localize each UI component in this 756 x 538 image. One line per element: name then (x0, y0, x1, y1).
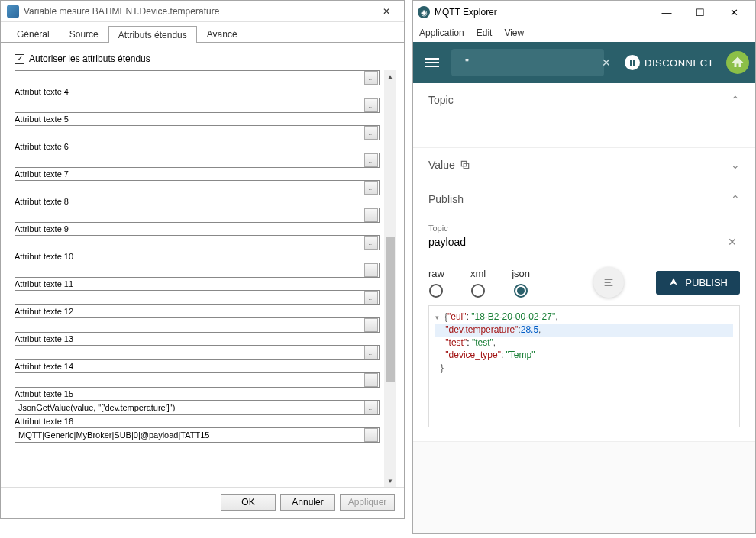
scroll-down-arrow[interactable]: ▼ (384, 475, 396, 487)
chevron-down-icon: ⌄ (731, 159, 740, 171)
attr-input[interactable] (15, 291, 363, 304)
tab-advanced[interactable]: Avancé (197, 25, 247, 43)
attr-input[interactable] (15, 346, 363, 359)
attr-browse-button[interactable]: … (364, 98, 378, 112)
scroll-up-arrow[interactable]: ▲ (384, 70, 396, 82)
attr-browse-button[interactable]: … (364, 236, 378, 250)
format-raw[interactable]: raw (428, 268, 444, 298)
attr-browse-button[interactable]: … (364, 126, 378, 140)
disconnect-label: DISCONNECT (645, 57, 714, 69)
allow-extended-label: Autoriser les attributs étendus (29, 53, 150, 64)
json-line[interactable]: "dev.temperature":28.5, (435, 324, 733, 337)
json-editor[interactable]: ▾{"eui": "18-B2-20-00-02-27", "dev.tempe… (428, 305, 740, 427)
format-json-label: json (512, 268, 530, 279)
value-section: Value ⌄ (413, 148, 755, 182)
cancel-button[interactable]: Annuler (280, 494, 335, 511)
attr-field: … (15, 317, 380, 333)
mqtt-toolbar: ✕ DISCONNECT (413, 42, 755, 83)
attrs-scroll: …Attribut texte 4…Attribut texte 5…Attri… (15, 70, 396, 487)
publish-topic-input[interactable] (428, 236, 725, 248)
radio-raw[interactable] (429, 284, 443, 298)
attr-input[interactable] (15, 318, 363, 332)
value-head[interactable]: Value ⌄ (413, 148, 755, 182)
allow-extended-checkbox[interactable] (15, 54, 24, 64)
search-input[interactable] (465, 56, 599, 69)
mqtt-brand-icon (726, 51, 749, 74)
mqtt-logo-icon: ◉ (418, 6, 430, 18)
attr-input[interactable] (15, 401, 363, 414)
publish-head[interactable]: Publish ⌃ (413, 182, 755, 216)
menu-application[interactable]: Application (419, 27, 464, 38)
menu-icon[interactable] (419, 52, 445, 73)
attr-group: Attribut texte 4… (15, 87, 380, 113)
attr-input[interactable] (15, 98, 363, 112)
attr-browse-button[interactable]: … (364, 401, 378, 414)
attr-input[interactable] (15, 71, 363, 85)
tab-general[interactable]: Général (7, 25, 60, 43)
attr-input[interactable] (15, 126, 363, 140)
search-box[interactable]: ✕ (451, 49, 604, 76)
scroll-thumb[interactable] (386, 237, 395, 382)
minimize-button[interactable]: — (650, 2, 683, 23)
publish-button[interactable]: PUBLISH (656, 271, 740, 295)
attr-browse-button[interactable]: … (364, 373, 378, 387)
attr-input[interactable] (15, 153, 363, 167)
attr-input[interactable] (15, 208, 363, 222)
attr-field: … (15, 153, 380, 168)
attr-label: Attribut texte 16 (15, 417, 380, 426)
clear-topic-icon[interactable]: ✕ (725, 236, 740, 248)
copy-icon[interactable] (460, 159, 470, 170)
variable-dialog: Variable mesure BATIMENT.Device.temperat… (0, 0, 405, 519)
format-xml[interactable]: xml (470, 268, 486, 298)
attr-browse-button[interactable]: … (364, 428, 378, 442)
attr-browse-button[interactable]: … (364, 263, 378, 277)
json-line[interactable]: "device_type": "Temp" (435, 349, 733, 362)
topic-head[interactable]: Topic ⌃ (413, 83, 755, 117)
format-xml-label: xml (470, 268, 486, 279)
attr-label: Attribut texte 15 (15, 389, 380, 398)
menu-view[interactable]: View (504, 27, 524, 38)
dialog-titlebar: Variable mesure BATIMENT.Device.temperat… (1, 1, 404, 22)
attr-browse-button[interactable]: … (364, 153, 378, 167)
format-options-button[interactable] (593, 267, 624, 298)
window-close-button[interactable]: ✕ (717, 2, 751, 23)
attr-label: Attribut texte 8 (15, 197, 380, 206)
attr-input[interactable] (15, 373, 363, 387)
tab-source[interactable]: Source (60, 25, 108, 43)
attr-group: Attribut texte 10… (15, 252, 380, 278)
format-json[interactable]: json (512, 268, 530, 298)
attr-input[interactable] (15, 236, 363, 250)
attr-browse-button[interactable]: … (364, 181, 378, 195)
attr-browse-button[interactable]: … (364, 291, 378, 304)
attr-group: Attribut texte 5… (15, 114, 380, 140)
attr-field: … (15, 98, 380, 113)
attr-browse-button[interactable]: … (364, 208, 378, 222)
apply-button: Appliquer (340, 494, 395, 511)
attr-label: Attribut texte 6 (15, 142, 380, 151)
close-button[interactable]: ✕ (375, 2, 398, 21)
tab-extended-attrs[interactable]: Attributs étendus (108, 26, 197, 43)
attr-input[interactable] (15, 428, 363, 442)
json-line[interactable]: } (435, 362, 733, 375)
attr-field: … (15, 345, 380, 360)
attr-input[interactable] (15, 263, 363, 277)
radio-xml[interactable] (471, 284, 485, 298)
json-line[interactable]: "test": "test", (435, 337, 733, 350)
tab-content: Autoriser les attributs étendus …Attribu… (1, 43, 404, 487)
maximize-button[interactable]: ☐ (683, 2, 717, 23)
disconnect-button[interactable]: DISCONNECT (625, 55, 714, 70)
menu-edit[interactable]: Edit (477, 27, 493, 38)
attr-browse-button[interactable]: … (364, 318, 378, 332)
attr-input[interactable] (15, 181, 363, 195)
search-clear-icon[interactable]: ✕ (599, 56, 614, 69)
dialog-button-row: OK Annuler Appliquer (1, 487, 404, 518)
mqtt-titlebar: ◉ MQTT Explorer — ☐ ✕ (413, 1, 755, 24)
scrollbar[interactable]: ▲ ▼ (384, 70, 396, 487)
attr-field: … (15, 372, 380, 388)
attr-browse-button[interactable]: … (364, 71, 378, 85)
mqtt-body: Topic ⌃ Value ⌄ Publish ⌃ Topic (413, 83, 755, 533)
ok-button[interactable]: OK (221, 494, 276, 511)
attr-browse-button[interactable]: … (364, 346, 378, 359)
json-line[interactable]: ▾{"eui": "18-B2-20-00-02-27", (435, 311, 733, 324)
radio-json[interactable] (514, 284, 528, 298)
